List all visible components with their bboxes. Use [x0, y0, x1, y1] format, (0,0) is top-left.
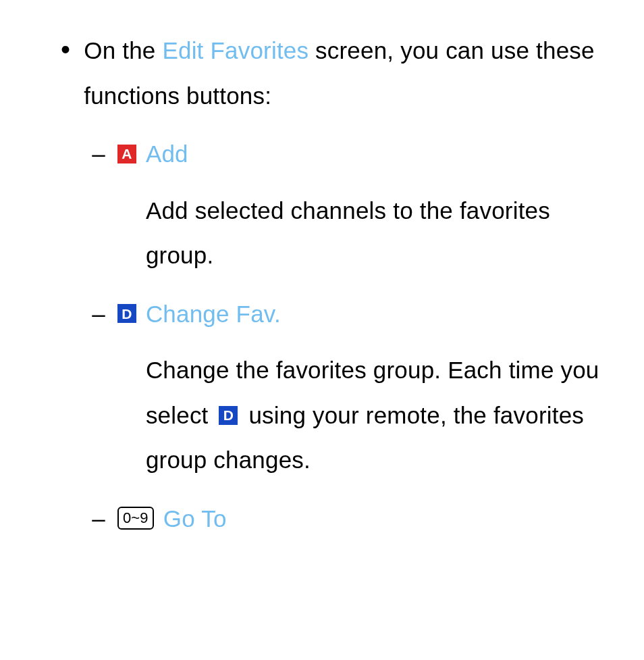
sub-body: D Change Fav. Change the favorites group…	[117, 299, 603, 483]
remote-key-d-icon: D	[117, 304, 136, 323]
sublist-item-change-fav: – D Change Fav. Change the favorites gro…	[84, 299, 603, 483]
remote-key-d-inline-icon: D	[219, 406, 238, 425]
sub-marker: –	[92, 299, 105, 330]
sub-heading: D Change Fav.	[117, 299, 603, 330]
sub-title: Change Fav.	[146, 299, 281, 330]
remote-key-num-icon: 0~9	[117, 507, 154, 530]
sub-body: A Add Add selected channels to the favor…	[117, 138, 603, 278]
sub-title: Go To	[163, 503, 227, 534]
bullet-marker: •	[61, 28, 70, 70]
bullet-body: On the Edit Favorites screen, you can us…	[84, 28, 603, 534]
intro-link: Edit Favorites	[162, 37, 308, 64]
sub-marker: –	[92, 503, 105, 534]
sub-title: Add	[146, 138, 188, 170]
sub-marker: –	[92, 138, 105, 170]
manual-page: • On the Edit Favorites screen, you can …	[0, 0, 644, 534]
bullet-item: • On the Edit Favorites screen, you can …	[41, 28, 603, 534]
sub-description: Add selected channels to the favorites g…	[146, 188, 603, 278]
sub-heading: 0~9 Go To	[117, 503, 603, 534]
remote-key-a-icon: A	[117, 145, 136, 163]
sublist-item-add: – A Add Add selected channels to the fav…	[84, 138, 603, 278]
sub-body: 0~9 Go To	[117, 503, 603, 534]
sub-heading: A Add	[117, 138, 603, 170]
sub-description: Change the favorites group. Each time yo…	[146, 348, 603, 483]
sublist-item-goto: – 0~9 Go To	[84, 503, 603, 534]
intro-text-pre: On the	[84, 37, 162, 64]
